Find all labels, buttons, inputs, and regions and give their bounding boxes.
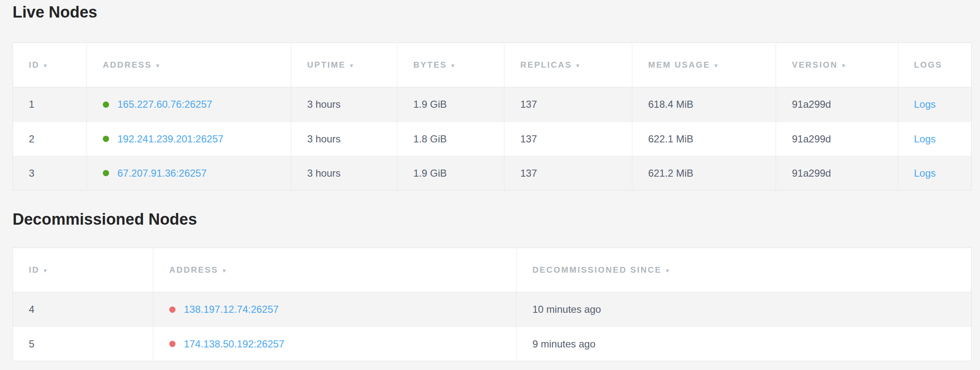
node-replicas: 137 bbox=[520, 133, 537, 145]
node-version-cell: 91a299d bbox=[776, 156, 898, 190]
sort-arrow-icon: ▾ bbox=[44, 62, 47, 69]
decommissioned-since-cell: 9 minutes ago bbox=[516, 327, 971, 361]
live-status-dot-icon bbox=[103, 101, 109, 108]
node-address-cell: 165.227.60.76:26257 bbox=[87, 87, 291, 122]
node-address-cell: 67.207.91.36:26257 bbox=[87, 156, 291, 190]
column-header-label: VERSION bbox=[792, 60, 838, 70]
logs-link[interactable]: Logs bbox=[914, 99, 936, 110]
table-row: 1 165.227.60.76:26257 3 hours 1.9 GiB 13… bbox=[13, 87, 971, 122]
column-header-label: BYTES bbox=[413, 60, 447, 70]
decommissioned-nodes-title: Decommissioned Nodes bbox=[13, 210, 972, 229]
column-header-logs: LOGS bbox=[898, 43, 971, 87]
table-row: 2 192.241.239.201:26257 3 hours 1.8 GiB … bbox=[13, 122, 971, 156]
node-uptime-cell: 3 hours bbox=[291, 156, 397, 190]
column-header-label: MEM USAGE bbox=[648, 60, 710, 70]
node-id: 2 bbox=[29, 133, 34, 145]
column-header-decommissioned-since[interactable]: DECOMMISSIONED SINCE ▾ bbox=[516, 248, 971, 292]
node-id: 4 bbox=[29, 304, 34, 315]
table-row: 3 67.207.91.36:26257 3 hours 1.9 GiB 137… bbox=[13, 156, 971, 190]
node-version: 91a299d bbox=[792, 99, 831, 110]
node-address-link[interactable]: 165.227.60.76:26257 bbox=[117, 99, 212, 110]
live-status-dot-icon bbox=[103, 170, 109, 176]
node-mem-usage: 622.1 MiB bbox=[648, 133, 693, 145]
column-header-address[interactable]: ADDRESS ▾ bbox=[153, 248, 516, 292]
node-uptime: 3 hours bbox=[307, 133, 341, 145]
column-header-label: DECOMMISSIONED SINCE bbox=[532, 265, 662, 275]
node-address-link[interactable]: 67.207.91.36:26257 bbox=[117, 167, 207, 179]
node-address-link[interactable]: 174.138.50.192:26257 bbox=[184, 338, 284, 350]
logs-link[interactable]: Logs bbox=[914, 133, 936, 145]
decommissioned-since: 10 minutes ago bbox=[532, 304, 601, 315]
live-nodes-table: ID ▾ ADDRESS ▾ UPTIME ▾ BYTES ▾ REPLICAS… bbox=[13, 43, 972, 190]
sort-arrow-icon: ▾ bbox=[350, 62, 353, 69]
node-replicas-cell: 137 bbox=[504, 122, 632, 156]
decommissioned-status-dot-icon bbox=[169, 341, 176, 347]
column-header-version[interactable]: VERSION ▾ bbox=[776, 43, 898, 87]
column-header-label: ID bbox=[29, 60, 40, 70]
node-mem-usage-cell: 618.4 MiB bbox=[632, 87, 776, 122]
column-header-replicas[interactable]: REPLICAS ▾ bbox=[504, 43, 632, 87]
column-header-bytes[interactable]: BYTES ▾ bbox=[397, 43, 504, 87]
column-header-label: LOGS bbox=[914, 60, 942, 70]
column-header-label: ADDRESS bbox=[169, 265, 218, 275]
sort-arrow-icon: ▾ bbox=[666, 267, 669, 274]
node-logs-cell: Logs bbox=[898, 122, 971, 156]
table-row: 5 174.138.50.192:26257 9 minutes ago bbox=[13, 327, 971, 361]
sort-arrow-icon: ▾ bbox=[44, 267, 47, 274]
sort-arrow-icon: ▾ bbox=[842, 62, 845, 69]
node-mem-usage-cell: 621.2 MiB bbox=[632, 156, 776, 190]
node-id: 5 bbox=[29, 338, 34, 350]
sort-arrow-icon: ▾ bbox=[576, 62, 580, 69]
nodes-page: Live Nodes ID ▾ ADDRESS ▾ UPTIME ▾ BYTES… bbox=[0, 0, 972, 361]
node-address-link[interactable]: 138.197.12.74:26257 bbox=[184, 304, 279, 315]
node-id: 3 bbox=[29, 167, 34, 179]
logs-link[interactable]: Logs bbox=[914, 167, 936, 179]
node-bytes: 1.9 GiB bbox=[413, 167, 447, 179]
node-id-cell: 4 bbox=[13, 292, 153, 327]
node-address-link[interactable]: 192.241.239.201:26257 bbox=[117, 133, 224, 145]
live-status-dot-icon bbox=[103, 136, 109, 142]
node-logs-cell: Logs bbox=[898, 156, 971, 190]
column-header-mem-usage[interactable]: MEM USAGE ▾ bbox=[632, 43, 776, 87]
decommissioned-status-dot-icon bbox=[169, 307, 176, 313]
node-mem-usage: 618.4 MiB bbox=[648, 99, 693, 110]
node-address-cell: 138.197.12.74:26257 bbox=[153, 292, 516, 327]
node-id-cell: 5 bbox=[13, 327, 153, 361]
decommissioned-since: 9 minutes ago bbox=[532, 338, 596, 350]
sort-arrow-icon: ▾ bbox=[222, 267, 226, 274]
sort-arrow-icon: ▾ bbox=[451, 62, 455, 69]
node-address-cell: 174.138.50.192:26257 bbox=[153, 327, 516, 361]
node-bytes: 1.8 GiB bbox=[413, 133, 447, 145]
column-header-id[interactable]: ID ▾ bbox=[13, 43, 87, 87]
node-mem-usage-cell: 622.1 MiB bbox=[632, 122, 776, 156]
node-replicas: 137 bbox=[520, 167, 537, 179]
column-header-uptime[interactable]: UPTIME ▾ bbox=[291, 43, 397, 87]
column-header-label: ID bbox=[29, 265, 40, 275]
node-id: 1 bbox=[29, 99, 34, 110]
node-id-cell: 1 bbox=[13, 87, 87, 122]
node-uptime: 3 hours bbox=[307, 167, 341, 179]
column-header-id[interactable]: ID ▾ bbox=[13, 248, 153, 292]
sort-arrow-icon: ▾ bbox=[715, 62, 718, 69]
table-row: 4 138.197.12.74:26257 10 minutes ago bbox=[13, 292, 971, 327]
node-id-cell: 2 bbox=[13, 122, 87, 156]
node-mem-usage: 621.2 MiB bbox=[648, 167, 693, 179]
node-bytes: 1.9 GiB bbox=[413, 99, 447, 110]
sort-arrow-icon: ▾ bbox=[156, 62, 159, 69]
node-logs-cell: Logs bbox=[898, 87, 971, 122]
column-header-address[interactable]: ADDRESS ▾ bbox=[87, 43, 291, 87]
decommissioned-nodes-header-row: ID ▾ ADDRESS ▾ DECOMMISSIONED SINCE ▾ bbox=[13, 248, 971, 292]
node-uptime: 3 hours bbox=[307, 99, 341, 110]
node-replicas-cell: 137 bbox=[504, 156, 632, 190]
node-bytes-cell: 1.9 GiB bbox=[397, 87, 504, 122]
node-version: 91a299d bbox=[792, 167, 831, 179]
decommissioned-since-cell: 10 minutes ago bbox=[516, 292, 971, 327]
decommissioned-nodes-table: ID ▾ ADDRESS ▾ DECOMMISSIONED SINCE ▾ 4 … bbox=[13, 248, 972, 361]
column-header-label: REPLICAS bbox=[520, 60, 572, 70]
node-id-cell: 3 bbox=[13, 156, 87, 190]
node-bytes-cell: 1.8 GiB bbox=[397, 122, 504, 156]
node-version: 91a299d bbox=[792, 133, 831, 145]
column-header-label: ADDRESS bbox=[103, 60, 152, 70]
node-replicas: 137 bbox=[520, 99, 537, 110]
live-nodes-title: Live Nodes bbox=[13, 3, 972, 22]
